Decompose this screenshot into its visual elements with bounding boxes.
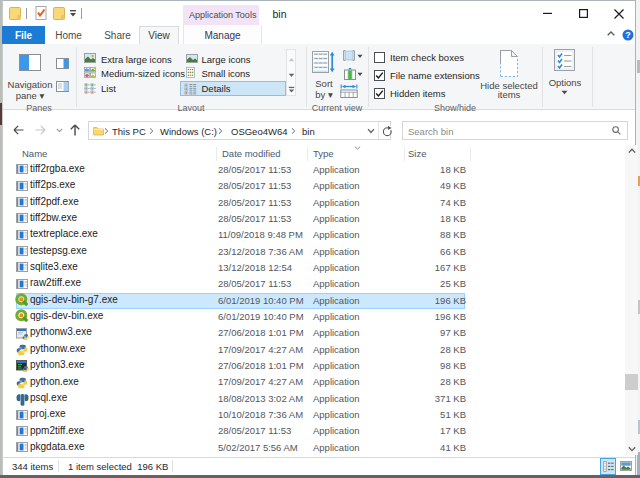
- svg-text:?: ?: [625, 30, 631, 40]
